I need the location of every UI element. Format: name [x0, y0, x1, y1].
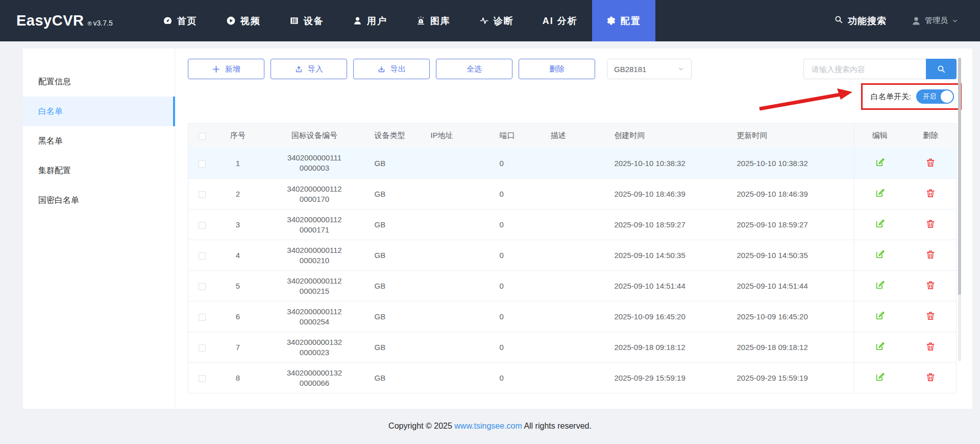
col-device-type: 设备类型 — [370, 124, 426, 148]
edit-icon[interactable] — [875, 341, 885, 352]
cell-ip — [426, 209, 495, 240]
edit-icon[interactable] — [875, 311, 885, 321]
edit-icon[interactable] — [875, 280, 885, 290]
app-version: v3.7.5 — [93, 19, 113, 27]
user-menu[interactable]: 管理员 — [911, 16, 959, 26]
table-row: 6 3402000000112 0000254 GB 0 2025-10-09 … — [188, 301, 957, 332]
nav-item-home[interactable]: 首页 — [149, 0, 212, 41]
cell-port: 0 — [495, 209, 546, 240]
delete-icon[interactable] — [925, 311, 936, 321]
edit-icon[interactable] — [875, 219, 885, 229]
import-button[interactable]: 导入 — [271, 59, 347, 79]
toggle-knob — [941, 90, 953, 103]
cell-ip — [426, 148, 495, 179]
table-row: 4 3402000000112 0000210 GB 0 2025-09-10 … — [188, 240, 957, 271]
search-icon — [834, 15, 843, 27]
delete-icon[interactable] — [925, 157, 936, 168]
delete-icon[interactable] — [925, 188, 936, 198]
cell-created: 2025-09-10 18:46:39 — [609, 179, 732, 209]
cell-ip — [426, 301, 495, 332]
edit-icon[interactable] — [875, 372, 885, 382]
sidebar-item-whitelist[interactable]: 白名单 — [23, 97, 175, 126]
select-all-button[interactable]: 全选 — [436, 59, 512, 79]
sidebar-item-label: 白名单 — [38, 106, 63, 117]
play-circle-icon — [226, 16, 236, 26]
cell-index: 7 — [216, 332, 260, 363]
row-checkbox[interactable] — [199, 191, 206, 198]
search-input[interactable] — [803, 59, 926, 79]
export-button[interactable]: 导出 — [353, 59, 430, 79]
nav-item-label: 首页 — [177, 15, 198, 27]
app-header: EasyCVR ® v3.7.5 首页 视频 设备 用户 — [0, 0, 980, 41]
dashboard-icon — [163, 16, 173, 26]
nav-item-config[interactable]: 配置 — [592, 0, 655, 41]
cell-description — [546, 179, 609, 209]
sidebar-item-label: 配置信息 — [38, 77, 71, 87]
nav-item-label: AI 分析 — [543, 15, 578, 27]
row-checkbox[interactable] — [199, 160, 206, 168]
delete-icon[interactable] — [925, 219, 936, 229]
row-checkbox[interactable] — [199, 222, 206, 229]
row-checkbox[interactable] — [199, 375, 206, 382]
table-row: 2 3402000000112 0000170 GB 0 2025-09-10 … — [188, 179, 957, 209]
user-icon — [353, 16, 362, 26]
cell-description — [546, 301, 609, 332]
function-search[interactable]: 功能搜索 — [834, 15, 887, 27]
sidebar-item-gm-whitelist[interactable]: 国密白名单 — [23, 185, 175, 215]
sidebar-item-config-info[interactable]: 配置信息 — [23, 67, 175, 97]
cell-device-id: 3402000000111 0000003 — [260, 148, 370, 179]
nav-item-gallery[interactable]: 图库 — [402, 0, 465, 41]
search-button[interactable] — [926, 59, 957, 79]
brand-name: EasyCVR — [16, 12, 84, 29]
cell-device-type: GB — [370, 148, 426, 179]
delete-icon[interactable] — [925, 280, 936, 290]
copyright-suffix: All rights reserved. — [524, 422, 592, 430]
row-checkbox[interactable] — [199, 252, 206, 260]
select-all-checkbox[interactable] — [199, 133, 206, 140]
cell-created: 2025-10-10 10:38:32 — [609, 148, 732, 179]
whitelist-toggle[interactable]: 开启 — [916, 89, 954, 104]
col-updated: 更新时间 — [732, 124, 854, 148]
col-delete: 删除 — [905, 124, 957, 148]
edit-icon[interactable] — [875, 188, 885, 198]
nav-item-label: 诊断 — [494, 15, 514, 27]
sidebar-item-blacklist[interactable]: 黑名单 — [23, 126, 175, 156]
delete-icon[interactable] — [925, 372, 936, 382]
device-type-select[interactable]: GB28181 — [607, 59, 692, 79]
cell-description — [546, 332, 609, 363]
add-button[interactable]: 新增 — [188, 59, 264, 79]
row-checkbox[interactable] — [199, 314, 206, 321]
sidebar-item-cluster-config[interactable]: 集群配置 — [23, 156, 175, 185]
cell-updated: 2025-09-10 14:50:35 — [732, 240, 854, 271]
sidebar-item-label: 黑名单 — [38, 136, 63, 147]
nav-item-label: 视频 — [240, 15, 261, 27]
row-checkbox[interactable] — [199, 344, 206, 352]
footer-link[interactable]: www.tsingsee.com — [454, 422, 522, 430]
nav-item-ai-analysis[interactable]: AI 分析 — [528, 0, 592, 41]
delete-button[interactable]: 删除 — [519, 59, 595, 79]
nav-item-device[interactable]: 设备 — [275, 0, 338, 41]
delete-icon[interactable] — [925, 249, 936, 260]
cell-device-id: 3402000000112 0000215 — [260, 271, 370, 301]
cell-index: 4 — [216, 240, 260, 271]
cell-description — [546, 271, 609, 301]
nav-item-video[interactable]: 视频 — [212, 0, 275, 41]
edit-icon[interactable] — [875, 249, 885, 260]
cell-port: 0 — [495, 148, 546, 179]
nav-item-label: 图库 — [430, 15, 451, 27]
scrollbar-thumb[interactable] — [958, 58, 961, 295]
edit-icon[interactable] — [875, 157, 885, 168]
nav-item-user[interactable]: 用户 — [338, 0, 402, 41]
registered-mark: ® — [87, 20, 91, 27]
sidebar: 配置信息 白名单 黑名单 集群配置 国密白名单 — [23, 49, 175, 409]
cell-updated: 2025-09-29 15:59:19 — [732, 363, 854, 393]
search-group — [803, 59, 957, 79]
row-checkbox[interactable] — [199, 283, 206, 290]
cell-index: 1 — [216, 148, 260, 179]
function-search-label: 功能搜索 — [848, 15, 887, 27]
delete-icon[interactable] — [925, 341, 936, 352]
nav-item-diagnosis[interactable]: 诊断 — [465, 0, 528, 41]
cell-device-type: GB — [370, 301, 426, 332]
cell-ip — [426, 179, 495, 209]
main-nav: 首页 视频 设备 用户 图库 诊断 — [149, 0, 655, 41]
